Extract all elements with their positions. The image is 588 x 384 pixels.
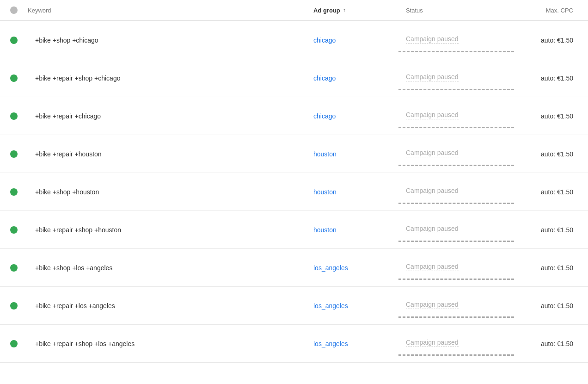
maxcpc-cell: auto: €1.50 [514,219,588,241]
status-text: Campaign paused [406,149,459,157]
row-status-indicator [0,74,28,82]
active-dot-icon [10,302,18,310]
row-status-indicator [0,264,28,272]
adgroup-cell[interactable]: los_angeles [306,257,398,279]
header-maxcpc: Max. CPC [514,7,588,14]
table-row: +bike +repair +los +angeles los_angeles … [0,287,588,325]
maxcpc-cell: auto: €1.50 [514,181,588,203]
header-dot-icon [10,6,18,14]
status-cell: Campaign paused [398,293,514,318]
maxcpc-cell: auto: €1.50 [514,105,588,127]
active-dot-icon [10,226,18,234]
adgroup-cell[interactable]: chicago [306,67,398,89]
active-dot-icon [10,37,18,44]
adgroup-cell[interactable]: chicago [306,29,398,51]
keywords-table: Keyword Ad group ↑ Status Max. CPC +bike… [0,0,588,384]
row-status-indicator [0,188,28,196]
status-cell: Campaign paused [398,331,514,356]
keyword-cell: +bike +shop +houston [28,181,306,203]
row-status-indicator [0,226,28,234]
table-row: +bike +shop +los +angeles los_angeles Ca… [0,249,588,287]
table-header: Keyword Ad group ↑ Status Max. CPC [0,0,588,21]
maxcpc-cell: auto: €1.50 [514,295,588,317]
status-text: Campaign paused [406,301,459,309]
maxcpc-cell: auto: €1.50 [514,29,588,51]
status-text: Campaign paused [406,225,459,233]
table-row: +bike +repair +houston houston Campaign … [0,135,588,173]
active-dot-icon [10,112,18,120]
status-cell: Campaign paused [398,104,514,128]
status-cell: Campaign paused [398,217,514,242]
header-status: Status [398,7,514,14]
active-dot-icon [10,264,18,272]
status-text: Campaign paused [406,35,459,43]
maxcpc-cell: auto: €1.50 [514,143,588,165]
adgroup-cell[interactable]: chicago [306,105,398,127]
maxcpc-cell: auto: €1.50 [514,257,588,279]
keyword-cell: +bike +shop +los +angeles [28,257,306,279]
status-text: Campaign paused [406,339,459,347]
status-cell: Campaign paused [398,180,514,204]
table-row: +bike +shop +chicago chicago Campaign pa… [0,21,588,59]
table-row: +bike +repair +shop +chicago chicago Cam… [0,59,588,97]
adgroup-cell[interactable]: los_angeles [306,295,398,317]
adgroup-cell[interactable]: houston [306,219,398,241]
active-dot-icon [10,188,18,196]
row-status-indicator [0,340,28,347]
status-cell: Campaign paused [398,28,514,52]
table-row: +bike +repair +shop +houston houston Cam… [0,211,588,249]
status-cell: Campaign paused [398,142,514,166]
header-keyword: Keyword [28,7,306,14]
keyword-cell: +bike +repair +los +angeles [28,295,306,317]
keyword-cell: +bike +repair +shop +chicago [28,67,306,89]
keyword-cell: +bike +repair +houston [28,143,306,165]
table-body: +bike +shop +chicago chicago Campaign pa… [0,21,588,363]
active-dot-icon [10,150,18,158]
row-status-indicator [0,37,28,44]
table-row: +bike +shop +houston houston Campaign pa… [0,173,588,211]
sort-arrow-icon: ↑ [343,7,346,13]
status-text: Campaign paused [406,187,459,195]
status-text: Campaign paused [406,263,459,271]
adgroup-cell[interactable]: los_angeles [306,333,398,355]
header-select[interactable] [0,6,28,14]
header-adgroup[interactable]: Ad group ↑ [306,7,398,14]
maxcpc-cell: auto: €1.50 [514,67,588,89]
adgroup-cell[interactable]: houston [306,143,398,165]
table-row: +bike +repair +shop +los +angeles los_an… [0,325,588,363]
maxcpc-cell: auto: €1.50 [514,333,588,355]
row-status-indicator [0,302,28,310]
status-cell: Campaign paused [398,66,514,90]
keyword-cell: +bike +repair +shop +houston [28,219,306,241]
keyword-cell: +bike +repair +shop +los +angeles [28,333,306,355]
status-text: Campaign paused [406,111,459,119]
row-status-indicator [0,112,28,120]
row-status-indicator [0,150,28,158]
keyword-cell: +bike +shop +chicago [28,29,306,51]
active-dot-icon [10,74,18,82]
status-cell: Campaign paused [398,255,514,280]
adgroup-cell[interactable]: houston [306,181,398,203]
status-text: Campaign paused [406,73,459,81]
keyword-cell: +bike +repair +chicago [28,105,306,127]
table-row: +bike +repair +chicago chicago Campaign … [0,97,588,135]
active-dot-icon [10,340,18,347]
